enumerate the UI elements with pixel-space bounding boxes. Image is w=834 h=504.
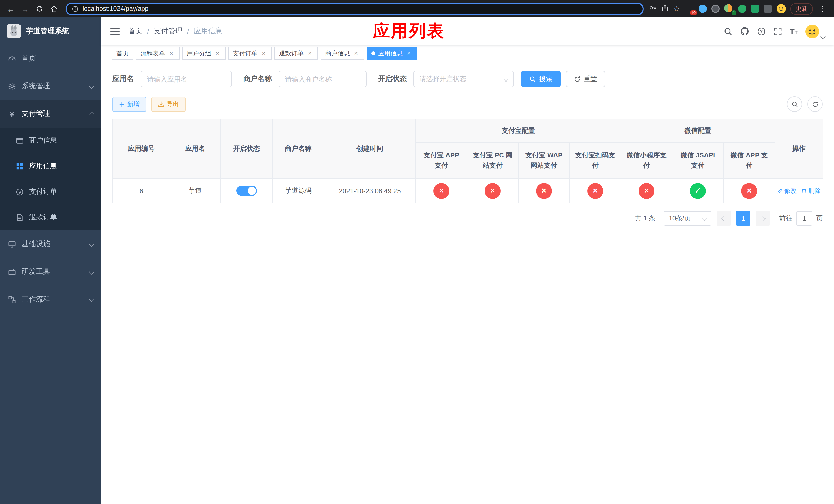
- goto-page-input[interactable]: [796, 211, 812, 226]
- col-alipay-pc: 支付宝 PC 网站支付: [467, 142, 518, 179]
- user-avatar[interactable]: [805, 24, 825, 38]
- tab-user-group[interactable]: 用户分组×: [182, 47, 226, 60]
- show-search-button[interactable]: [787, 96, 802, 112]
- tab-merchant-info[interactable]: 商户信息×: [321, 47, 364, 60]
- merchant-name-input[interactable]: [279, 71, 367, 87]
- fullscreen-icon[interactable]: [773, 27, 782, 36]
- col-merchant: 商户名称: [272, 119, 324, 179]
- status-toggle[interactable]: [236, 186, 257, 196]
- site-info-icon[interactable]: [72, 5, 79, 12]
- tab-refund-order[interactable]: 退款订单×: [275, 47, 318, 60]
- cell-merchant: 芋道源码: [272, 179, 324, 203]
- tab-app-info[interactable]: 应用信息×: [367, 47, 417, 60]
- refresh-table-button[interactable]: [807, 96, 823, 112]
- close-icon[interactable]: ×: [168, 50, 175, 57]
- app-name-label: 应用名: [112, 74, 134, 84]
- sidebar-item-dev-tools[interactable]: 研发工具: [0, 258, 101, 285]
- export-button[interactable]: 导出: [151, 97, 186, 112]
- bookmark-star-icon[interactable]: ☆: [673, 4, 680, 13]
- home-icon: [50, 5, 58, 13]
- yen-icon: ¥: [8, 110, 16, 118]
- sidebar-item-workflow[interactable]: 工作流程: [0, 285, 101, 313]
- avatar-circle-icon: [724, 4, 732, 12]
- close-icon[interactable]: ×: [214, 50, 221, 57]
- close-icon[interactable]: ×: [405, 50, 412, 57]
- browser-menu-icon[interactable]: ⋮: [818, 5, 828, 13]
- home-button[interactable]: [47, 2, 61, 15]
- sidebar-toggle[interactable]: [110, 28, 119, 35]
- chevron-down-icon: [702, 216, 707, 221]
- extension-wechat-icon[interactable]: [738, 5, 746, 13]
- search-button[interactable]: 搜索: [521, 71, 561, 87]
- address-bar[interactable]: localhost:1024/pay/app: [66, 2, 643, 15]
- profile-avatar[interactable]: [776, 4, 786, 13]
- cell-alipay-qr: ×: [570, 179, 621, 203]
- breadcrumb-item[interactable]: 首页: [128, 27, 142, 36]
- sidebar-item-merchant-info[interactable]: 商户信息: [0, 128, 101, 153]
- font-size-icon[interactable]: TT: [790, 27, 797, 36]
- sidebar-item-pay-order[interactable]: ¥ 支付订单: [0, 179, 101, 205]
- extension-avatar-icon[interactable]: 1: [724, 4, 733, 13]
- refresh-icon: [812, 101, 818, 108]
- add-button[interactable]: 新增: [112, 97, 146, 112]
- table-row: 6 芋道 芋道源码 2021-10-23 08:49:25 × × × × × …: [113, 179, 823, 203]
- extension-notes-icon[interactable]: [751, 5, 759, 13]
- tab-pay-order[interactable]: 支付订单×: [228, 47, 272, 60]
- prev-page-button[interactable]: [717, 211, 731, 226]
- tab-home[interactable]: 首页: [112, 47, 133, 60]
- close-icon[interactable]: ×: [260, 50, 267, 57]
- close-icon[interactable]: ×: [306, 50, 313, 57]
- sidebar-item-payment[interactable]: ¥ 支付管理: [0, 100, 101, 128]
- share-icon[interactable]: [661, 4, 668, 14]
- forward-button[interactable]: →: [19, 2, 32, 15]
- page-number-button[interactable]: 1: [736, 211, 750, 226]
- breadcrumb-current: 应用信息: [194, 27, 223, 36]
- sidebar-item-label: 系统管理: [22, 82, 50, 91]
- sidebar-item-refund-order[interactable]: 退款订单: [0, 205, 101, 230]
- cell-actions: 修改 删除: [775, 179, 823, 203]
- navbar-right: ? TT: [723, 24, 825, 38]
- chrome-update-button[interactable]: 更新: [790, 3, 813, 15]
- download-icon: [158, 101, 164, 107]
- export-button-label: 导出: [167, 100, 179, 109]
- breadcrumb-item[interactable]: 支付管理: [154, 27, 182, 36]
- add-button-label: 新增: [127, 100, 139, 109]
- payment-submenu: 商户信息 应用信息 ¥ 支付订单: [0, 128, 101, 230]
- app-name-input[interactable]: [140, 71, 232, 87]
- sidebar-item-label: 商户信息: [29, 136, 57, 145]
- back-button[interactable]: ←: [4, 2, 18, 15]
- cell-alipay-pc: ×: [467, 179, 518, 203]
- page-size-select[interactable]: 10条/页: [664, 211, 711, 226]
- edit-link[interactable]: 修改: [777, 186, 796, 195]
- avatar-face-icon: [805, 24, 819, 38]
- sidebar-item-home[interactable]: 首页: [0, 45, 101, 72]
- close-icon[interactable]: ×: [352, 50, 359, 57]
- github-icon[interactable]: [740, 27, 749, 36]
- extension-puzzle-icon[interactable]: [764, 5, 772, 13]
- delete-link[interactable]: 删除: [801, 186, 821, 195]
- reload-button[interactable]: [33, 2, 46, 15]
- search-icon[interactable]: [723, 27, 732, 36]
- col-app-name: 应用名: [170, 119, 220, 179]
- sidebar-item-system[interactable]: 系统管理: [0, 72, 101, 100]
- toolbar-right: [787, 96, 823, 112]
- cell-app-name: 芋道: [170, 179, 220, 203]
- sidebar-item-app-info[interactable]: 应用信息: [0, 153, 101, 179]
- reset-button[interactable]: 重置: [566, 71, 605, 87]
- extension-dark-icon[interactable]: [711, 5, 720, 13]
- help-icon[interactable]: ?: [757, 27, 766, 36]
- status-select[interactable]: 请选择开启状态: [413, 71, 514, 87]
- password-key-icon[interactable]: [649, 4, 656, 14]
- extension-tabs-icon[interactable]: 10: [685, 4, 694, 13]
- breadcrumb-separator: /: [187, 27, 189, 36]
- avatar-badge: 1: [732, 10, 736, 15]
- extension-drop-icon[interactable]: [699, 5, 707, 13]
- sidebar-item-label: 首页: [22, 54, 36, 63]
- sidebar-item-label: 研发工具: [22, 267, 50, 276]
- svg-text:¥: ¥: [18, 190, 21, 194]
- next-page-button[interactable]: [755, 211, 770, 226]
- tab-label: 首页: [116, 49, 129, 58]
- tab-process-form[interactable]: 流程表单×: [136, 47, 179, 60]
- sidebar-item-infrastructure[interactable]: 基础设施: [0, 230, 101, 258]
- app-logo[interactable]: 芋道管理系统: [0, 18, 101, 45]
